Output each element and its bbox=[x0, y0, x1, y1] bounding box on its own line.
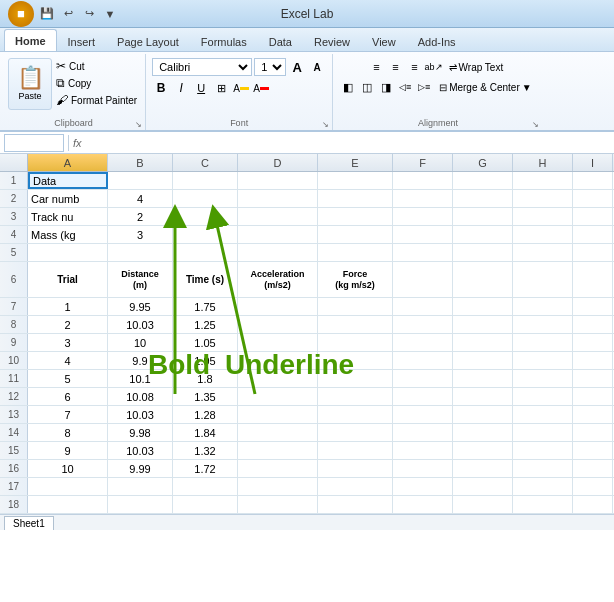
cell-e14[interactable] bbox=[318, 424, 393, 441]
cell-h18[interactable] bbox=[513, 496, 573, 513]
tab-data[interactable]: Data bbox=[258, 31, 303, 51]
cell-a12[interactable]: 6 bbox=[28, 388, 108, 405]
cell-a14[interactable]: 8 bbox=[28, 424, 108, 441]
cell-d14[interactable] bbox=[238, 424, 318, 441]
col-header-g[interactable]: G bbox=[453, 154, 513, 171]
cell-f18[interactable] bbox=[393, 496, 453, 513]
cell-e16[interactable] bbox=[318, 460, 393, 477]
cell-a18[interactable] bbox=[28, 496, 108, 513]
font-expand[interactable]: ↘ bbox=[320, 119, 330, 129]
cell-g14[interactable] bbox=[453, 424, 513, 441]
cell-h9[interactable] bbox=[513, 334, 573, 351]
fill-color-button[interactable]: A bbox=[232, 79, 250, 97]
border-button[interactable]: ⊞ bbox=[212, 79, 230, 97]
align-top-left-button[interactable]: ≡ bbox=[368, 58, 386, 76]
cell-a10[interactable]: 4 bbox=[28, 352, 108, 369]
cell-b1[interactable] bbox=[108, 172, 173, 189]
dropdown-button[interactable]: ▼ bbox=[101, 5, 119, 23]
cell-g18[interactable] bbox=[453, 496, 513, 513]
cell-i13[interactable] bbox=[573, 406, 613, 423]
tab-review[interactable]: Review bbox=[303, 31, 361, 51]
cell-e13[interactable] bbox=[318, 406, 393, 423]
orient-button[interactable]: ab↗ bbox=[425, 58, 443, 76]
cell-i11[interactable] bbox=[573, 370, 613, 387]
cut-item[interactable]: ✂ Cut bbox=[54, 58, 139, 74]
cell-b15[interactable]: 10.03 bbox=[108, 442, 173, 459]
font-name-select[interactable]: Calibri bbox=[152, 58, 252, 76]
cell-f5[interactable] bbox=[393, 244, 453, 261]
cell-g1[interactable] bbox=[453, 172, 513, 189]
cell-e18[interactable] bbox=[318, 496, 393, 513]
cell-e10[interactable] bbox=[318, 352, 393, 369]
cell-h7[interactable] bbox=[513, 298, 573, 315]
cell-e1[interactable] bbox=[318, 172, 393, 189]
sheet-tab[interactable]: Sheet1 bbox=[4, 516, 54, 530]
wrap-text-button[interactable]: ⇌ Wrap Text bbox=[444, 58, 509, 76]
align-center-button[interactable]: ◫ bbox=[358, 78, 376, 96]
cell-b9[interactable]: 10 bbox=[108, 334, 173, 351]
cell-reference[interactable]: A1 bbox=[4, 134, 64, 152]
cell-i18[interactable] bbox=[573, 496, 613, 513]
cell-e12[interactable] bbox=[318, 388, 393, 405]
cell-d2[interactable] bbox=[238, 190, 318, 207]
tab-formulas[interactable]: Formulas bbox=[190, 31, 258, 51]
cell-i16[interactable] bbox=[573, 460, 613, 477]
cell-h13[interactable] bbox=[513, 406, 573, 423]
underline-button[interactable]: U bbox=[192, 79, 210, 97]
cell-e15[interactable] bbox=[318, 442, 393, 459]
cell-c4[interactable] bbox=[173, 226, 238, 243]
cell-d15[interactable] bbox=[238, 442, 318, 459]
cell-d4[interactable] bbox=[238, 226, 318, 243]
office-button[interactable]: ■ bbox=[8, 1, 34, 27]
cell-d13[interactable] bbox=[238, 406, 318, 423]
cell-b6[interactable]: Distance(m) bbox=[108, 262, 173, 297]
cell-d6[interactable]: Acceleration(m/s2) bbox=[238, 262, 318, 297]
cell-b2[interactable]: 4 bbox=[108, 190, 173, 207]
cell-g7[interactable] bbox=[453, 298, 513, 315]
cell-d7[interactable] bbox=[238, 298, 318, 315]
cell-b18[interactable] bbox=[108, 496, 173, 513]
bold-button[interactable]: B bbox=[152, 79, 170, 97]
cell-b4[interactable]: 3 bbox=[108, 226, 173, 243]
cell-a11[interactable]: 5 bbox=[28, 370, 108, 387]
cell-d3[interactable] bbox=[238, 208, 318, 225]
cell-h12[interactable] bbox=[513, 388, 573, 405]
tab-home[interactable]: Home bbox=[4, 29, 57, 51]
cell-f4[interactable] bbox=[393, 226, 453, 243]
cell-a4[interactable]: Mass (kg bbox=[28, 226, 108, 243]
cell-c14[interactable]: 1.84 bbox=[173, 424, 238, 441]
cell-c3[interactable] bbox=[173, 208, 238, 225]
cell-i5[interactable] bbox=[573, 244, 613, 261]
cell-g2[interactable] bbox=[453, 190, 513, 207]
cell-d11[interactable] bbox=[238, 370, 318, 387]
cell-i8[interactable] bbox=[573, 316, 613, 333]
cell-d8[interactable] bbox=[238, 316, 318, 333]
cell-f10[interactable] bbox=[393, 352, 453, 369]
col-header-i[interactable]: I bbox=[573, 154, 613, 171]
cell-a13[interactable]: 7 bbox=[28, 406, 108, 423]
cell-c18[interactable] bbox=[173, 496, 238, 513]
redo-button[interactable]: ↪ bbox=[80, 5, 98, 23]
cell-h8[interactable] bbox=[513, 316, 573, 333]
cell-h10[interactable] bbox=[513, 352, 573, 369]
cell-g17[interactable] bbox=[453, 478, 513, 495]
font-grow-button[interactable]: A bbox=[288, 58, 306, 76]
cell-h3[interactable] bbox=[513, 208, 573, 225]
cell-i15[interactable] bbox=[573, 442, 613, 459]
cell-f2[interactable] bbox=[393, 190, 453, 207]
tab-insert[interactable]: Insert bbox=[57, 31, 107, 51]
cell-c10[interactable]: 1.95 bbox=[173, 352, 238, 369]
col-header-e[interactable]: E bbox=[318, 154, 393, 171]
col-header-f[interactable]: F bbox=[393, 154, 453, 171]
cell-b16[interactable]: 9.99 bbox=[108, 460, 173, 477]
tab-view[interactable]: View bbox=[361, 31, 407, 51]
cell-c12[interactable]: 1.35 bbox=[173, 388, 238, 405]
cell-e3[interactable] bbox=[318, 208, 393, 225]
cell-c8[interactable]: 1.25 bbox=[173, 316, 238, 333]
cell-b5[interactable] bbox=[108, 244, 173, 261]
cell-e5[interactable] bbox=[318, 244, 393, 261]
align-left-button[interactable]: ◧ bbox=[339, 78, 357, 96]
cell-a6[interactable]: Trial bbox=[28, 262, 108, 297]
cell-f9[interactable] bbox=[393, 334, 453, 351]
cell-b13[interactable]: 10.03 bbox=[108, 406, 173, 423]
